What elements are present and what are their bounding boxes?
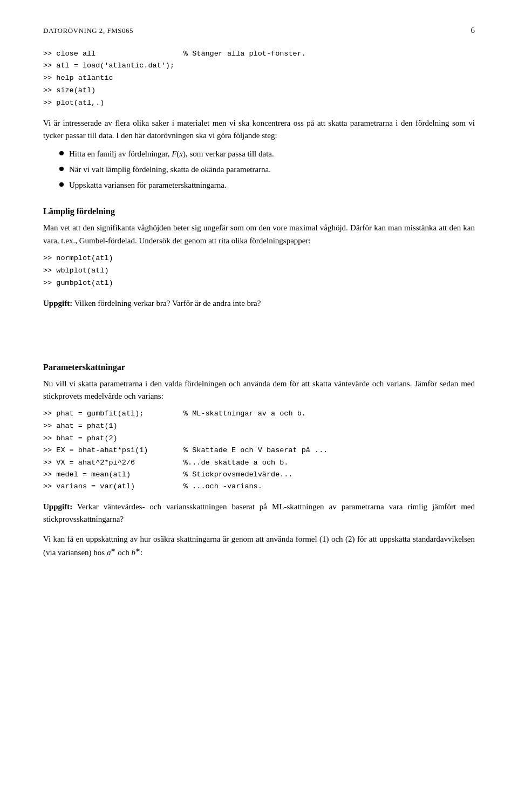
section1-para1: Man vet att den signifikanta våghöjden b… [43, 222, 475, 247]
list-item-2: När vi valt lämplig fördelning, skatta d… [59, 163, 475, 176]
math-x: x [179, 149, 183, 158]
code-bhat: >> bhat = phat(2) [43, 433, 475, 445]
spacer-1 [43, 315, 475, 347]
code-comment: % Stänger alla plot-fönster. [183, 48, 306, 60]
math-a-star-sup: ∗ [111, 547, 115, 553]
section1-task-label: Uppgift: [43, 299, 72, 308]
code-phat-comment: % ML-skattningar av a och b. [183, 408, 306, 420]
bullet-dot-1 [59, 151, 64, 155]
list-item-1: Hitta en familj av fördelningar, F(x), s… [59, 148, 475, 160]
code-vx-left: >> VX = ahat^2*pi^2/6 [43, 457, 183, 469]
code-ex-left: >> EX = bhat-ahat*psi(1) [43, 445, 183, 456]
section2-task-label: Uppgift: [43, 502, 72, 511]
section2-code-block: >> phat = gumbfit(atl); % ML-skattningar… [43, 408, 475, 493]
code-vx-comment: %...de skattade a och b. [183, 457, 288, 469]
page-number: 6 [471, 26, 475, 35]
page-header: Datorövning 2, FMS065 6 [43, 26, 475, 35]
math-fx: F [172, 149, 176, 158]
code-line-4: >> size(atl) [43, 85, 475, 97]
code-varians: >> varians = var(atl) % ...och -varians. [43, 481, 475, 493]
code-line-5: >> plot(atl,.) [43, 97, 475, 110]
code-ex-comment: % Skattade E och V baserat på ... [183, 445, 328, 456]
math-b-star-sup: ∗ [135, 547, 140, 553]
section1-heading: Lämplig fördelning [43, 207, 475, 216]
code-normplot: >> normplot(atl) [43, 253, 475, 265]
section2-para1: Nu vill vi skatta parametrarna i den val… [43, 378, 475, 403]
list-item-3: Uppskatta variansen för parameterskattni… [59, 179, 475, 192]
intro-paragraph: Vi är intresserade av flera olika saker … [43, 117, 475, 142]
code-medel: >> medel = mean(atl) % Stickprovsmedelvä… [43, 469, 475, 481]
section1-task: Uppgift: Vilken fördelning verkar bra? V… [43, 297, 475, 310]
math-b-star: b [132, 548, 136, 557]
code-ex: >> EX = bhat-ahat*psi(1) % Skattade E oc… [43, 445, 475, 456]
section1-code-block: >> normplot(atl) >> wblplot(atl) >> gumb… [43, 253, 475, 290]
code-ahat: >> ahat = phat(1) [43, 420, 475, 433]
code-vx: >> VX = ahat^2*pi^2/6 %...de skattade a … [43, 457, 475, 469]
section2-task: Uppgift: Verkar väntevärdes- och varians… [43, 501, 475, 526]
code-line-1: >> close all % Stänger alla plot-fönster… [43, 48, 475, 60]
code-phat-left: >> phat = gumbfit(atl); [43, 408, 183, 420]
code-line-3: >> help atlantic [43, 72, 475, 85]
code-wblplot: >> wblplot(atl) [43, 265, 475, 277]
list-item-2-text: När vi valt lämplig fördelning, skatta d… [69, 163, 271, 176]
bullet-dot-2 [59, 167, 64, 171]
code-block-1: >> close all % Stänger alla plot-fönster… [43, 48, 475, 110]
code-varians-comment: % ...och -varians. [183, 481, 262, 493]
code-gumbplot: >> gumbplot(atl) [43, 277, 475, 290]
list-item-1-text: Hitta en familj av fördelningar, F(x), s… [69, 148, 274, 160]
bullet-dot-3 [59, 182, 64, 187]
code-medel-left: >> medel = mean(atl) [43, 469, 183, 481]
section2-heading: Parameterskattningar [43, 363, 475, 372]
code-varians-left: >> varians = var(atl) [43, 481, 183, 493]
code-text: >> close all [43, 48, 183, 60]
code-phat: >> phat = gumbfit(atl); % ML-skattningar… [43, 408, 475, 420]
header-title: Datorövning 2, FMS065 [43, 26, 133, 35]
closing-paragraph: Vi kan få en uppskattning av hur osäkra … [43, 533, 475, 559]
page: Datorövning 2, FMS065 6 >> close all % S… [0, 0, 518, 812]
code-medel-comment: % Stickprovsmedelvärde... [183, 469, 293, 481]
steps-list: Hitta en familj av fördelningar, F(x), s… [59, 148, 475, 192]
list-item-3-text: Uppskatta variansen för parameterskattni… [69, 179, 227, 192]
code-line-2: >> atl = load('atlantic.dat'); [43, 60, 475, 72]
